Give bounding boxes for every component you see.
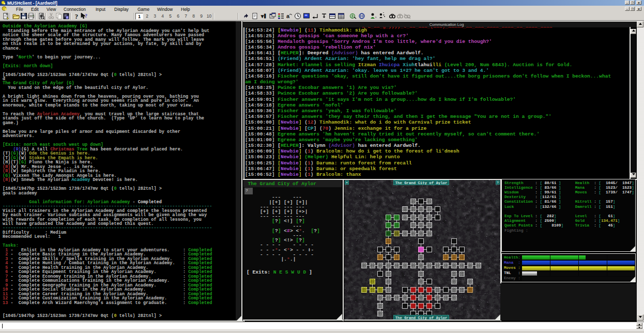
svg-text:?: ?: [75, 12, 79, 20]
svg-text:▾⦀: ▾⦀: [260, 13, 267, 19]
svg-text:›: ›: [375, 16, 377, 19]
svg-text:?: ?: [85, 13, 87, 19]
svg-text:a: a: [286, 13, 290, 19]
